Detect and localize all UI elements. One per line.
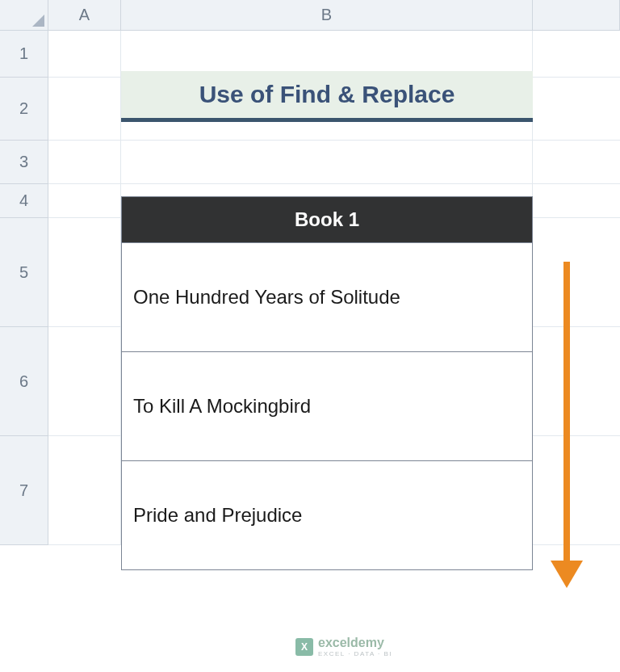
row-header-4[interactable]: 4 [0, 184, 48, 218]
arrow-shaft [563, 262, 570, 569]
column-header-blank[interactable] [533, 0, 620, 31]
table-row[interactable]: One Hundred Years of Solitude [121, 243, 533, 352]
watermark-brand: exceldemy [318, 636, 392, 649]
data-table: Book 1 One Hundred Years of Solitude To … [121, 196, 533, 570]
table-header[interactable]: Book 1 [121, 196, 533, 243]
watermark-icon: X [295, 638, 313, 656]
worksheet-area[interactable]: Use of Find & Replace Book 1 One Hundred… [48, 31, 620, 545]
watermark-tagline: EXCEL · DATA · BI [318, 651, 392, 657]
select-all-corner[interactable] [0, 0, 48, 31]
row-header-3[interactable]: 3 [0, 141, 48, 184]
row-header-2[interactable]: 2 [0, 78, 48, 141]
row-header-6[interactable]: 6 [0, 327, 48, 436]
down-arrow-annotation [551, 262, 583, 589]
table-row[interactable]: To Kill A Mockingbird [121, 352, 533, 461]
table-row[interactable]: Pride and Prejudice [121, 461, 533, 570]
column-header-b[interactable]: B [121, 0, 533, 31]
arrow-head-icon [551, 561, 583, 588]
row-header-7[interactable]: 7 [0, 436, 48, 545]
row-header-5[interactable]: 5 [0, 218, 48, 327]
row-header-1[interactable]: 1 [0, 31, 48, 78]
watermark: X exceldemy EXCEL · DATA · BI [295, 636, 392, 657]
page-title: Use of Find & Replace [121, 71, 533, 122]
column-header-a[interactable]: A [48, 0, 121, 31]
spreadsheet-grid: A B 1 Use of Find & Replace Book 1 One H… [0, 0, 620, 545]
watermark-text: exceldemy EXCEL · DATA · BI [318, 636, 392, 657]
